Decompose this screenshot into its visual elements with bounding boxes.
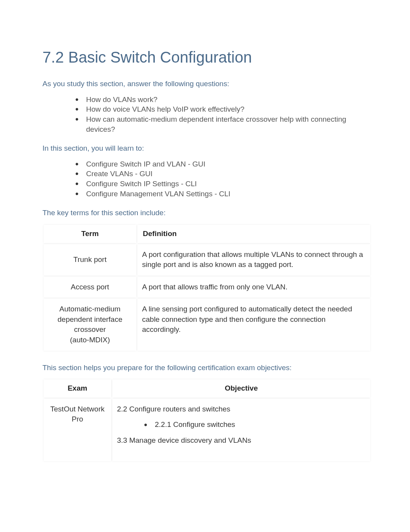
- table-row: Trunk port A port configuration that all…: [44, 244, 370, 275]
- list-item: Configure Switch IP Settings - CLI: [75, 179, 371, 189]
- list-item: How can automatic-medium dependent inter…: [75, 114, 371, 134]
- terms-intro: The key terms for this section include:: [42, 208, 371, 218]
- page-title: 7.2 Basic Switch Configuration: [42, 46, 371, 68]
- list-item: Configure Management VLAN Settings - CLI: [75, 189, 371, 199]
- definition-cell: A port configuration that allows multipl…: [137, 244, 370, 275]
- term-cell: Trunk port: [44, 244, 136, 275]
- objective-cell: 2.2 Configure routers and switches 2.2.1…: [112, 399, 370, 461]
- questions-list: How do VLANs work? How do voice VLANs he…: [42, 95, 371, 134]
- objective-subitem: 2.2.1 Configure switches: [144, 420, 366, 430]
- col-header-objective: Objective: [112, 379, 370, 398]
- definition-cell: A port that allows traffic from only one…: [137, 277, 370, 298]
- term-cell: Automatic-medium dependent interface cro…: [44, 299, 136, 350]
- cert-intro: This section helps you prepare for the f…: [42, 363, 371, 373]
- intro-text: As you study this section, answer the fo…: [42, 79, 371, 89]
- definition-cell: A line sensing port configured to automa…: [137, 299, 370, 350]
- table-row: Automatic-medium dependent interface cro…: [44, 299, 370, 350]
- col-header-definition: Definition: [137, 225, 370, 243]
- col-header-term: Term: [44, 225, 136, 243]
- learn-list: Configure Switch IP and VLAN - GUI Creat…: [42, 159, 371, 199]
- cert-table: Exam Objective TestOut Network Pro 2.2 C…: [42, 378, 371, 462]
- list-item: How do voice VLANs help VoIP work effect…: [75, 104, 371, 114]
- list-item: Configure Switch IP and VLAN - GUI: [75, 159, 371, 169]
- table-row: TestOut Network Pro 2.2 Configure router…: [44, 399, 370, 461]
- objective-line: 2.2 Configure routers and switches: [117, 404, 366, 415]
- exam-cell: TestOut Network Pro: [44, 399, 111, 461]
- table-row: Access port A port that allows traffic f…: [44, 277, 370, 298]
- terms-table: Term Definition Trunk port A port config…: [42, 224, 371, 352]
- list-item: Create VLANs - GUI: [75, 169, 371, 179]
- col-header-exam: Exam: [44, 379, 111, 398]
- list-item: How do VLANs work?: [75, 95, 371, 105]
- learn-intro: In this section, you will learn to:: [42, 143, 371, 154]
- term-cell: Access port: [44, 277, 136, 298]
- objective-line: 3.3 Manage device discovery and VLANs: [117, 435, 366, 446]
